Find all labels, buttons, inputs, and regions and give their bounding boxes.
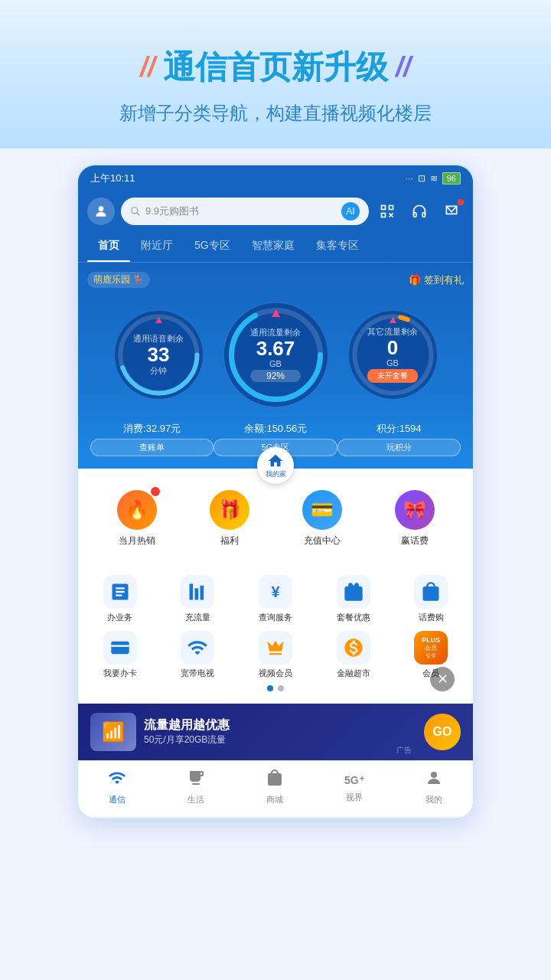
nav-tabs: 首页 附近厅 5G专区 智慧家庭 集客专区 (78, 231, 473, 263)
world-icon: 5G⁺ (344, 771, 364, 789)
win-fees-button[interactable]: 🎀 赢话费 (395, 490, 435, 547)
business-label: 办业务 (107, 612, 132, 623)
package-label: 套餐优惠 (337, 612, 370, 623)
svg-rect-5 (382, 214, 386, 217)
ad-text: 流量越用越优惠 50元/月享20GB流量 (144, 717, 416, 746)
search-bar[interactable]: 9.9元购图书 AI (121, 198, 369, 225)
dot-2 (278, 685, 284, 691)
other-gauge: 其它流量剩余 0 GB 未开套餐 (341, 303, 445, 407)
shop-label: 话费购 (419, 612, 444, 623)
life-icon (187, 769, 205, 792)
service-business[interactable]: 办业务 (84, 575, 156, 623)
headphone-button[interactable] (407, 199, 432, 224)
service-finance[interactable]: 金融超市 (318, 631, 390, 679)
svg-rect-4 (390, 206, 393, 210)
points-value: 积分:1594 (337, 422, 461, 436)
status-bar: 上午10:11 ··· ⊡ ≋ 96 (78, 165, 473, 191)
bill-button[interactable]: 查账单 (90, 439, 214, 456)
ad-subtitle: 50元/月享20GB流量 (144, 733, 416, 746)
tab-5g[interactable]: 5G专区 (184, 231, 241, 262)
service-shop[interactable]: 话费购 (395, 575, 467, 623)
my-home-button[interactable]: 我的家 (257, 447, 294, 484)
svg-rect-8 (414, 213, 416, 217)
flow-icon (181, 575, 214, 609)
service-apply-card[interactable]: 我要办卡 (84, 631, 156, 679)
world-label: 视界 (346, 792, 363, 803)
nav-shop[interactable]: 商城 (266, 769, 284, 805)
avatar-button[interactable] (87, 198, 115, 225)
ad-image: 📶 (90, 713, 136, 751)
no-package-badge: 未开套餐 (367, 369, 418, 383)
hot-sales-label: 当月热销 (119, 534, 155, 547)
nav-telecom[interactable]: 通信 (108, 769, 126, 805)
business-icon (103, 575, 137, 609)
ai-robot-icon[interactable]: AI (341, 202, 360, 220)
deer-park-label: 萌鹿乐园 🦌 (87, 272, 150, 288)
voice-gauge: 通用语音剩余 33 分钟 (107, 303, 210, 407)
flow-label: 充流量 (185, 612, 210, 623)
other-unit: GB (367, 358, 418, 368)
data-unit: GB (250, 359, 301, 368)
svg-rect-24 (201, 586, 204, 600)
data-gauge: 通用流量剩余 3.67 GB 92% (217, 296, 335, 414)
svg-rect-22 (190, 584, 194, 600)
telecom-icon (108, 769, 126, 792)
message-button[interactable] (439, 199, 464, 224)
search-placeholder: 9.9元购图书 (145, 204, 337, 218)
nav-life[interactable]: 生活 (187, 769, 205, 805)
finance-icon (337, 631, 370, 665)
play-points-button[interactable]: 玩积分 (337, 439, 461, 456)
voice-value: 33 (133, 343, 184, 365)
services-section: 办业务 充流量 ¥ 查询服务 套餐优惠 (78, 566, 473, 704)
ad-banner: 📶 流量越用越优惠 50元/月享20GB流量 广告 GO (78, 704, 473, 760)
svg-rect-25 (111, 642, 129, 654)
vip-icon (259, 631, 292, 665)
ad-go-button[interactable]: GO (424, 714, 461, 750)
sign-in-gift[interactable]: 🎁 签到有礼 (409, 272, 464, 288)
service-vip[interactable]: 视频会员 (240, 631, 311, 679)
shop-nav-icon (266, 769, 284, 792)
life-label: 生活 (187, 794, 204, 805)
recharge-label: 充值中心 (304, 534, 341, 547)
service-broadband[interactable]: 宽带电视 (162, 631, 234, 679)
welfare-button[interactable]: 🎁 福利 (210, 490, 249, 547)
search-bar-row: 9.9元购图书 AI (78, 191, 473, 231)
hot-sales-button[interactable]: 🔥 当月热销 (117, 490, 157, 547)
dashboard-banner: 萌鹿乐园 🦌 🎁 签到有礼 (87, 272, 464, 288)
data-value: 3.67 (250, 338, 301, 360)
service-flow[interactable]: 充流量 (162, 575, 234, 623)
svg-point-28 (431, 772, 437, 778)
tab-nearby[interactable]: 附近厅 (130, 231, 184, 262)
tab-home[interactable]: 首页 (87, 231, 130, 262)
tab-enterprise[interactable]: 集客专区 (305, 231, 370, 262)
mine-icon (425, 769, 443, 792)
tab-smart-home[interactable]: 智慧家庭 (241, 231, 305, 262)
close-button[interactable]: ✕ (430, 667, 455, 691)
service-member[interactable]: PLUS 会员 专享 会员 (395, 631, 467, 679)
finance-label: 金融超市 (337, 668, 370, 679)
message-badge (458, 199, 464, 205)
shop-nav-label: 商城 (266, 794, 283, 805)
recharge-button[interactable]: 💳 充值中心 (302, 490, 342, 547)
vip-label: 视频会员 (259, 668, 292, 679)
svg-rect-27 (192, 783, 200, 785)
services-grid-row1: 办业务 充流量 ¥ 查询服务 套餐优惠 (84, 575, 467, 623)
services-grid-row2: 我要办卡 宽带电视 视频会员 金融超市 (84, 631, 467, 679)
balance-value: 余额:150.56元 (214, 422, 337, 436)
svg-rect-9 (422, 213, 425, 217)
deco-right-icon: // (396, 51, 411, 83)
service-package[interactable]: 套餐优惠 (318, 575, 390, 623)
shop-icon (414, 575, 448, 609)
nav-world[interactable]: 5G⁺ 视界 (344, 771, 364, 803)
service-query[interactable]: ¥ 查询服务 (240, 575, 311, 623)
apply-card-icon (103, 631, 137, 665)
wifi-signal-icon: ≋ (430, 173, 438, 184)
nav-mine[interactable]: 我的 (425, 769, 443, 805)
battery-icon: 96 (442, 172, 461, 185)
welfare-icon: 🎁 (210, 490, 249, 530)
splash-title: // 通信首页新升级 // (31, 46, 520, 89)
dot-1 (267, 685, 273, 691)
splash-subtitle: 新增子分类导航，构建直播视频化楼层 (31, 101, 520, 126)
voice-unit: 分钟 (133, 365, 184, 377)
scan-button[interactable] (375, 199, 399, 224)
